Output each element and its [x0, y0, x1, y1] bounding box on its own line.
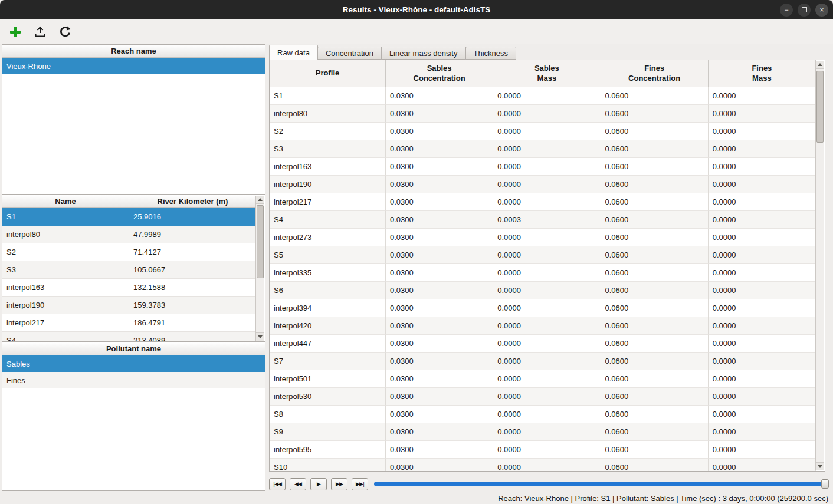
column-header[interactable]: Profile	[270, 60, 386, 87]
skip-to-start-button[interactable]: |◀◀	[269, 478, 286, 490]
column-header[interactable]: Fines Concentration	[601, 60, 709, 87]
scrollbar-thumb[interactable]	[257, 205, 264, 278]
table-row[interactable]: S60.03000.00000.06000.0000	[270, 282, 816, 299]
pollutant-item[interactable]: Fines	[2, 372, 265, 388]
profile-cell: interpol273	[270, 229, 386, 246]
value-cell: 0.0300	[386, 105, 493, 123]
tabbar: Raw dataConcentrationLinear mass density…	[269, 45, 516, 60]
reach-list: Vieux-Rhone	[2, 58, 265, 74]
profile-row[interactable]: S4213.4089	[2, 332, 256, 342]
profile-name-cell: S4	[2, 332, 129, 342]
profile-cell: interpol530	[270, 388, 386, 406]
time-slider-handle[interactable]	[821, 479, 829, 489]
table-row[interactable]: interpol3940.03000.00000.06000.0000	[270, 299, 816, 317]
table-row[interactable]: S70.03000.00000.06000.0000	[270, 353, 816, 370]
step-forward-button[interactable]: ▶▶	[331, 478, 347, 490]
table-row[interactable]: S30.03000.00000.06000.0000	[270, 140, 816, 158]
profile-cell: S9	[270, 423, 386, 441]
value-cell: 0.0000	[493, 335, 601, 353]
table-body: S10.03000.00000.06000.0000interpol800.03…	[270, 87, 825, 472]
profile-row[interactable]: interpol190159.3783	[2, 297, 256, 314]
value-cell: 0.0000	[493, 87, 601, 105]
table-scrollbar[interactable]	[815, 61, 824, 470]
tab-concentration[interactable]: Concentration	[317, 47, 382, 60]
table-row[interactable]: S10.03000.00000.06000.0000	[270, 87, 816, 105]
value-cell: 0.0600	[601, 423, 709, 441]
value-cell: 0.0300	[386, 246, 493, 264]
window-controls: − ×	[780, 0, 828, 19]
value-cell: 0.0600	[601, 299, 709, 317]
arrow-up-icon	[818, 63, 822, 66]
table-row[interactable]: interpol5300.03000.00000.06000.0000	[270, 388, 816, 406]
maximize-button[interactable]	[798, 4, 811, 17]
play-button[interactable]: ▶	[310, 478, 327, 490]
arrow-up-icon	[258, 198, 263, 201]
value-cell: 0.0000	[709, 388, 816, 406]
scrollbar-thumb[interactable]	[816, 71, 824, 143]
tab-linear-mass-density[interactable]: Linear mass density	[381, 47, 466, 60]
table-row[interactable]: interpol2170.03000.00000.06000.0000	[270, 193, 816, 211]
profile-cell: S7	[270, 353, 386, 370]
minimize-button[interactable]: −	[780, 4, 793, 17]
value-cell: 0.0000	[493, 140, 601, 158]
toolbar	[0, 19, 833, 44]
table-row[interactable]: S80.03000.00000.06000.0000	[270, 406, 816, 423]
profiles-scrollbar[interactable]	[255, 196, 264, 341]
value-cell: 0.0000	[493, 282, 601, 299]
table-row[interactable]: S40.03000.00030.06000.0000	[270, 211, 816, 229]
profile-row[interactable]: interpol217186.4791	[2, 314, 256, 332]
table-row[interactable]: interpol1900.03000.00000.06000.0000	[270, 176, 816, 193]
profile-row[interactable]: S3105.0667	[2, 261, 256, 279]
profile-row[interactable]: interpol163132.1588	[2, 279, 256, 297]
table-row[interactable]: interpol4470.03000.00000.06000.0000	[270, 335, 816, 353]
value-cell: 0.0000	[709, 105, 816, 123]
profile-row[interactable]: S271.4127	[2, 243, 256, 261]
scroll-up-button[interactable]	[816, 61, 824, 69]
column-header[interactable]: Fines Mass	[709, 60, 816, 87]
table-row[interactable]: S20.03000.00000.06000.0000	[270, 123, 816, 140]
add-button[interactable]	[7, 24, 24, 40]
scroll-down-button[interactable]	[256, 332, 264, 341]
value-cell: 0.0000	[709, 317, 816, 335]
value-cell: 0.0300	[386, 459, 493, 472]
reach-item[interactable]: Vieux-Rhone	[2, 58, 265, 74]
profile-cell: S5	[270, 246, 386, 264]
table-row[interactable]: interpol3350.03000.00000.06000.0000	[270, 264, 816, 282]
tab-thickness[interactable]: Thickness	[465, 47, 517, 60]
table-row[interactable]: interpol800.03000.00000.06000.0000	[270, 105, 816, 123]
refresh-button[interactable]	[57, 24, 73, 40]
column-header-river-km[interactable]: River Kilometer (m)	[129, 195, 256, 208]
value-cell: 0.0000	[709, 282, 816, 299]
scroll-down-button[interactable]	[816, 462, 824, 470]
value-cell: 0.0000	[493, 299, 601, 317]
export-button[interactable]	[32, 24, 48, 40]
scroll-up-button[interactable]	[256, 196, 264, 204]
table-row[interactable]: interpol4200.03000.00000.06000.0000	[270, 317, 816, 335]
table-row[interactable]: interpol2730.03000.00000.06000.0000	[270, 229, 816, 246]
table-header-row: ProfileSables ConcentrationSables MassFi…	[270, 60, 816, 87]
profile-km-cell: 25.9016	[129, 208, 256, 226]
pollutant-item[interactable]: Sables	[2, 355, 265, 372]
table-row[interactable]: interpol1630.03000.00000.06000.0000	[270, 158, 816, 176]
table-row[interactable]: interpol5010.03000.00000.06000.0000	[270, 370, 816, 388]
time-slider[interactable]	[374, 482, 828, 486]
tab-raw-data[interactable]: Raw data	[269, 45, 318, 60]
close-button[interactable]: ×	[815, 4, 828, 17]
table-row[interactable]: S50.03000.00000.06000.0000	[270, 246, 816, 264]
value-cell: 0.0300	[386, 406, 493, 423]
profile-row[interactable]: S125.9016	[2, 208, 256, 226]
profile-row[interactable]: interpol8047.9989	[2, 226, 256, 243]
profile-name-cell: S3	[2, 261, 129, 279]
value-cell: 0.0600	[601, 105, 709, 123]
profile-cell: interpol420	[270, 317, 386, 335]
value-cell: 0.0300	[386, 158, 493, 176]
value-cell: 0.0000	[709, 335, 816, 353]
step-back-button[interactable]: ◀◀	[290, 478, 306, 490]
table-row[interactable]: S90.03000.00000.06000.0000	[270, 423, 816, 441]
column-header[interactable]: Sables Mass	[493, 60, 601, 87]
column-header-name[interactable]: Name	[2, 195, 129, 208]
column-header[interactable]: Sables Concentration	[386, 60, 493, 87]
table-row[interactable]: interpol5950.03000.00000.06000.0000	[270, 441, 816, 459]
skip-to-end-button[interactable]: ▶▶|	[352, 478, 368, 490]
table-row[interactable]: S100.03000.00000.06000.0000	[270, 459, 816, 472]
